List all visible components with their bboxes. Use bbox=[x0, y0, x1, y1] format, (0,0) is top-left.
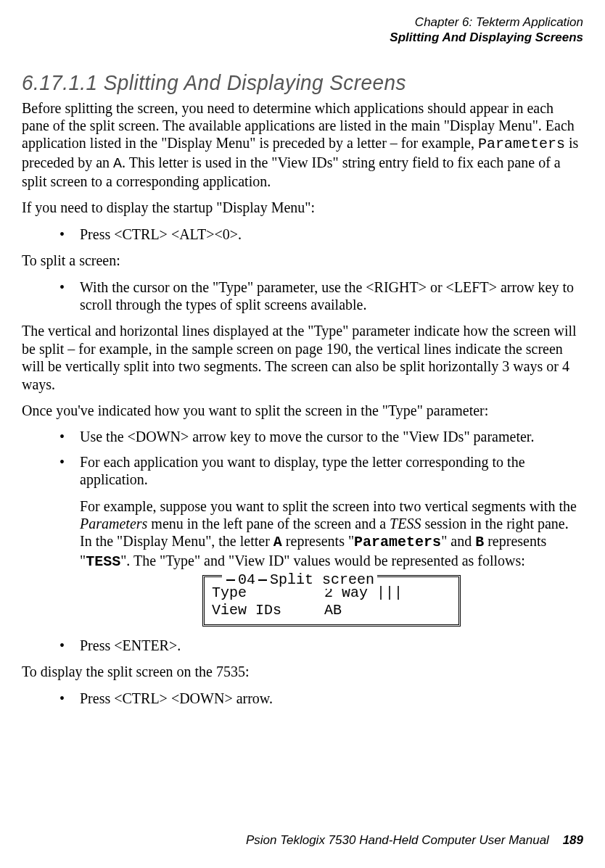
paragraph-split: To split a screen: bbox=[22, 252, 583, 269]
bullet-list: With the cursor on the "Type" parameter,… bbox=[22, 278, 583, 314]
chapter-header: Chapter 6: Tekterm Application Splitting… bbox=[22, 15, 583, 46]
chapter-subtitle: Splitting And Displaying Screens bbox=[22, 30, 583, 45]
text: " and bbox=[441, 533, 475, 549]
code-b: B bbox=[475, 534, 484, 550]
document-page: Chapter 6: Tekterm Application Splitting… bbox=[0, 0, 605, 868]
section-heading: 6.17.1.1 Splitting And Displaying Screen… bbox=[22, 70, 544, 95]
paragraph-intro: Before splitting the screen, you need to… bbox=[22, 99, 583, 191]
list-item: Press <ENTER>. bbox=[59, 637, 583, 654]
text: For example, suppose you want to split t… bbox=[80, 498, 577, 514]
bullet-list: Press <CTRL> <DOWN> arrow. bbox=[22, 690, 583, 707]
page-number: 189 bbox=[563, 833, 583, 847]
screen-sample-wrap: 04 Split screen Type 2 Way ||| View IDs bbox=[80, 575, 583, 627]
paragraph-type-lines: The vertical and horizontal lines displa… bbox=[22, 322, 583, 393]
chapter-line: Chapter 6: Tekterm Application bbox=[22, 15, 583, 30]
text: represents " bbox=[282, 533, 354, 549]
screen-title: 04 Split screen bbox=[222, 569, 377, 589]
footer-title: Psion Teklogix 7530 Hand-Held Computer U… bbox=[246, 833, 549, 847]
text: For each application you want to display… bbox=[80, 454, 525, 487]
title-bar-icon bbox=[226, 579, 235, 581]
paragraph-display-split: To display the split screen on the 7535: bbox=[22, 663, 583, 680]
list-item: Press <CTRL> <ALT><0>. bbox=[59, 226, 583, 243]
screen-row-view: View IDs AB bbox=[212, 602, 451, 619]
paragraph-once: Once you've indicated how you want to sp… bbox=[22, 402, 583, 419]
code-parameters: Parameters bbox=[478, 136, 565, 152]
bullet-list: Use the <DOWN> arrow key to move the cur… bbox=[22, 428, 583, 654]
title-bar-icon bbox=[258, 579, 267, 581]
screen-view-value: AB bbox=[324, 602, 342, 619]
list-item: With the cursor on the "Type" parameter,… bbox=[59, 278, 583, 314]
screen-sample-box: 04 Split screen Type 2 Way ||| View IDs bbox=[202, 575, 461, 627]
code-tess: TESS bbox=[86, 553, 120, 570]
code-parameters: Parameters bbox=[354, 534, 441, 550]
italic-tess: TESS bbox=[390, 516, 421, 532]
screen-name: Split screen bbox=[270, 571, 374, 589]
code-a: A bbox=[273, 534, 282, 550]
screen-view-label: View IDs bbox=[212, 602, 324, 619]
bullet-list: Press <CTRL> <ALT><0>. bbox=[22, 226, 583, 243]
screen-num: 04 bbox=[238, 571, 255, 589]
code-a: A bbox=[113, 155, 122, 172]
list-item-sub: For example, suppose you want to split t… bbox=[80, 497, 583, 571]
page-footer: Psion Teklogix 7530 Hand-Held Computer U… bbox=[246, 833, 583, 848]
italic-parameters: Parameters bbox=[80, 516, 147, 532]
text: menu in the left pane of the screen and … bbox=[147, 516, 390, 532]
list-item: Use the <DOWN> arrow key to move the cur… bbox=[59, 428, 583, 445]
list-item: For each application you want to display… bbox=[59, 453, 583, 627]
text: ". The "Type" and "View ID" values would… bbox=[120, 553, 525, 569]
paragraph-display-menu: If you need to display the startup "Disp… bbox=[22, 199, 583, 216]
list-item: Press <CTRL> <DOWN> arrow. bbox=[59, 690, 583, 707]
